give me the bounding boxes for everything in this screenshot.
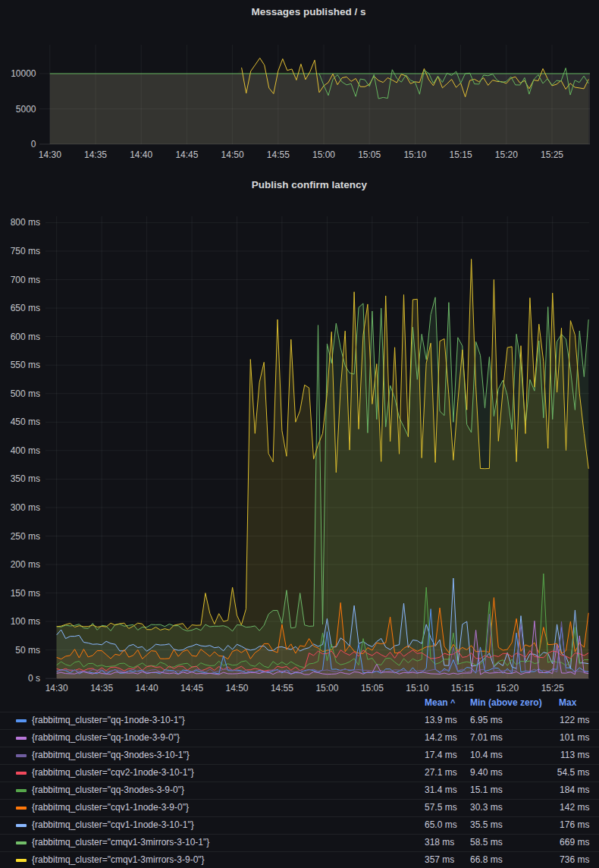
- svg-text:15:00: 15:00: [312, 149, 335, 160]
- svg-text:5000: 5000: [16, 104, 36, 115]
- svg-text:15:25: 15:25: [541, 683, 564, 693]
- svg-text:0 s: 0 s: [28, 673, 40, 684]
- svg-text:14:50: 14:50: [225, 683, 248, 693]
- svg-text:750 ms: 750 ms: [11, 246, 40, 256]
- svg-text:300 ms: 300 ms: [11, 502, 40, 513]
- svg-text:550 ms: 550 ms: [11, 360, 40, 370]
- svg-text:400 ms: 400 ms: [11, 445, 40, 456]
- svg-text:Publish confirm latency: Publish confirm latency: [252, 179, 368, 190]
- svg-text:700 ms: 700 ms: [11, 275, 40, 285]
- svg-text:250 ms: 250 ms: [11, 531, 40, 542]
- svg-text:14:45: 14:45: [175, 149, 198, 160]
- svg-text:15:25: 15:25: [541, 149, 563, 160]
- svg-text:50 ms: 50 ms: [15, 645, 40, 656]
- svg-text:200 ms: 200 ms: [11, 559, 40, 570]
- svg-text:500 ms: 500 ms: [11, 388, 40, 399]
- svg-text:14:45: 14:45: [180, 683, 203, 693]
- svg-text:15:20: 15:20: [496, 683, 519, 693]
- svg-text:14:30: 14:30: [45, 683, 68, 693]
- svg-text:Messages published / s: Messages published / s: [252, 6, 366, 17]
- svg-text:14:55: 14:55: [271, 683, 293, 693]
- svg-text:14:55: 14:55: [267, 149, 290, 160]
- svg-text:100 ms: 100 ms: [11, 616, 40, 627]
- svg-text:15:05: 15:05: [361, 683, 384, 693]
- svg-text:15:10: 15:10: [403, 149, 426, 160]
- svg-text:14:50: 14:50: [221, 149, 244, 160]
- svg-text:14:30: 14:30: [39, 149, 61, 160]
- svg-text:800 ms: 800 ms: [11, 217, 40, 228]
- svg-text:150 ms: 150 ms: [11, 588, 40, 599]
- svg-text:650 ms: 650 ms: [11, 303, 40, 313]
- svg-text:15:15: 15:15: [450, 149, 472, 160]
- svg-text:10000: 10000: [11, 68, 36, 79]
- svg-text:14:35: 14:35: [84, 149, 107, 160]
- svg-text:14:35: 14:35: [90, 683, 113, 693]
- svg-text:600 ms: 600 ms: [11, 332, 40, 342]
- svg-text:450 ms: 450 ms: [11, 417, 40, 427]
- svg-text:350 ms: 350 ms: [11, 473, 40, 484]
- svg-text:15:15: 15:15: [451, 683, 474, 693]
- svg-text:15:05: 15:05: [358, 149, 381, 160]
- svg-text:0: 0: [31, 139, 36, 149]
- svg-text:15:00: 15:00: [315, 683, 338, 693]
- svg-text:14:40: 14:40: [130, 149, 152, 160]
- svg-text:15:20: 15:20: [495, 149, 518, 160]
- svg-text:14:40: 14:40: [136, 683, 158, 693]
- svg-text:15:10: 15:10: [406, 683, 428, 693]
